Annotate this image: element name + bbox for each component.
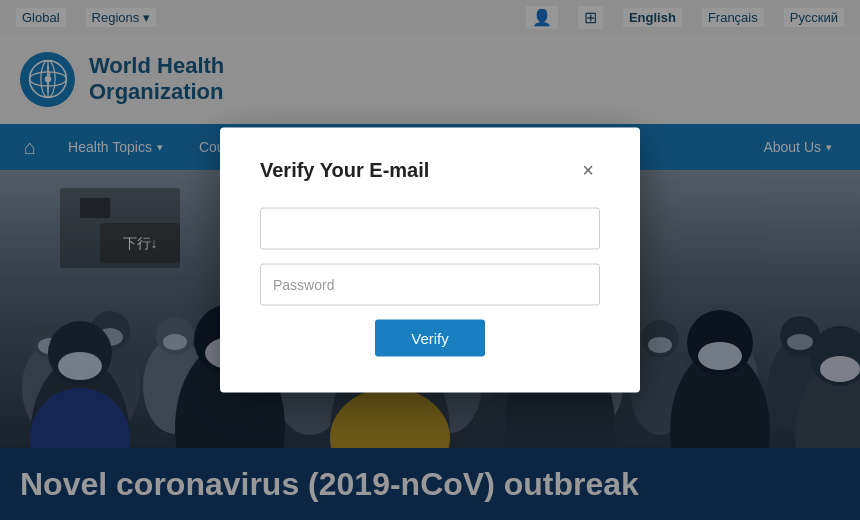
verify-button[interactable]: Verify	[375, 320, 485, 357]
modal-title: Verify Your E-mail	[260, 158, 429, 181]
password-input[interactable]	[260, 264, 600, 306]
email-input[interactable]	[260, 208, 600, 250]
modal-close-button[interactable]: ×	[576, 158, 600, 182]
modal-header: Verify Your E-mail ×	[260, 158, 600, 182]
verify-email-modal: Verify Your E-mail × Verify	[220, 128, 640, 393]
